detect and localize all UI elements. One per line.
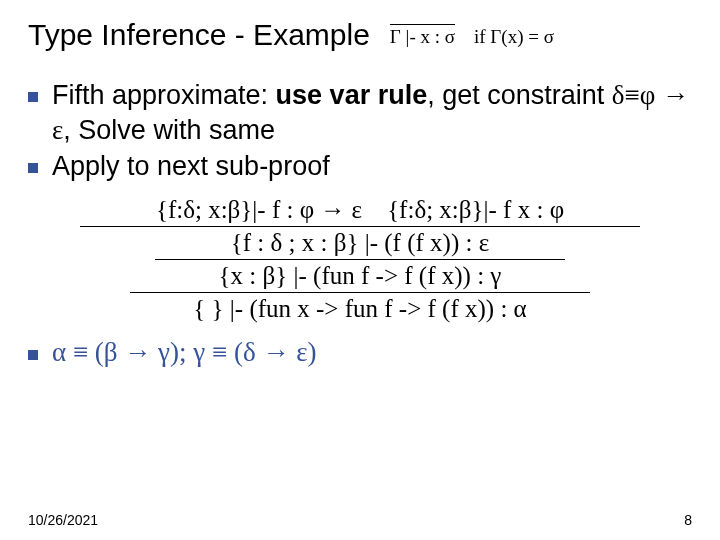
bullet-2: Apply to next sub-proof bbox=[28, 149, 692, 184]
premise-right: {f:δ; x:β}|- f x : φ bbox=[387, 196, 564, 223]
proof-line2-row: {f : δ ; x : β} |- (f (f x)) : ε bbox=[28, 229, 692, 260]
proof-line2: {f : δ ; x : β} |- (f (f x)) : ε bbox=[155, 229, 565, 260]
conclusion-row: α ≡ (β → γ); γ ≡ (δ → ε) bbox=[28, 337, 692, 368]
bullet-2-text: Apply to next sub-proof bbox=[52, 149, 692, 184]
proof-line3-row: {x : β} |- (fun f -> f (f x)) : γ bbox=[28, 262, 692, 293]
premise-left: {f:δ; x:β}|- f : φ → ε bbox=[156, 196, 362, 223]
title-row: Type Inference - Example Γ |- x : σ if Γ… bbox=[28, 18, 692, 56]
proof-line4: { } |- (fun x -> fun f -> f (f x)) : α bbox=[28, 295, 692, 323]
proof-tree: {f:δ; x:β}|- f : φ → ε {f:δ; x:β}|- f x … bbox=[28, 196, 692, 323]
bullet-1: Fifth approximate: use var rule, get con… bbox=[28, 78, 692, 147]
var-rule-judgment: Γ |- x : σ bbox=[390, 24, 455, 48]
bullet-square-icon bbox=[28, 350, 38, 360]
slide: Type Inference - Example Γ |- x : σ if Γ… bbox=[0, 0, 720, 540]
footer-page-number: 8 bbox=[684, 512, 692, 528]
footer-date: 10/26/2021 bbox=[28, 512, 98, 528]
proof-rule-1: {f:δ; x:β}|- f : φ → ε {f:δ; x:β}|- f x … bbox=[80, 196, 640, 227]
bullet-square-icon bbox=[28, 92, 38, 102]
slide-title: Type Inference - Example bbox=[28, 18, 370, 52]
bullet-square-icon bbox=[28, 163, 38, 173]
var-rule-formula: Γ |- x : σ if Γ(x) = σ bbox=[390, 24, 554, 48]
proof-line3: {x : β} |- (fun f -> f (f x)) : γ bbox=[130, 262, 590, 293]
var-rule-condition: if Γ(x) = σ bbox=[474, 26, 554, 47]
proof-premises: {f:δ; x:β}|- f : φ → ε {f:δ; x:β}|- f x … bbox=[28, 196, 692, 227]
bullet-1-text: Fifth approximate: use var rule, get con… bbox=[52, 78, 692, 147]
body-text: Fifth approximate: use var rule, get con… bbox=[28, 78, 692, 184]
conclusion-text: α ≡ (β → γ); γ ≡ (δ → ε) bbox=[52, 337, 316, 368]
footer: 10/26/2021 8 bbox=[28, 512, 692, 528]
